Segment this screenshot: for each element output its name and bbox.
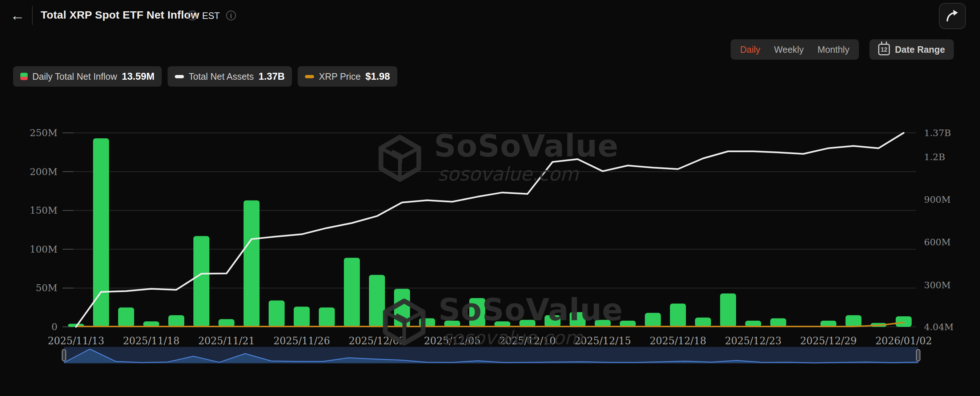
- left-axis-tick: 200M: [30, 166, 57, 177]
- x-axis-tick: 2025/12/05: [424, 335, 480, 346]
- inflow-bar[interactable]: [720, 293, 736, 327]
- inflow-bar[interactable]: [845, 315, 862, 327]
- x-axis-tick: 2026/01/02: [875, 335, 932, 346]
- inflow-bar[interactable]: [670, 303, 686, 327]
- navigator-handle-right[interactable]: [916, 350, 920, 361]
- right-axis-tick: 4.04M: [924, 322, 953, 332]
- x-axis-tick: 2025/12/10: [499, 335, 556, 346]
- x-axis-tick: 2025/12/18: [649, 335, 706, 346]
- x-axis-tick: 2025/11/18: [123, 335, 180, 346]
- inflow-bar[interactable]: [695, 318, 711, 327]
- right-axis-tick: 600M: [924, 237, 951, 248]
- right-axis-tick: 1.37B: [924, 128, 951, 138]
- inflow-bar[interactable]: [394, 289, 410, 327]
- x-axis-tick: 2025/12/29: [800, 335, 857, 346]
- right-axis-tick: 900M: [924, 194, 951, 205]
- gridlines: 050M100M150M200M250M4.04M300M600M900M1.2…: [30, 128, 954, 332]
- navigator-handle-left[interactable]: [62, 350, 66, 361]
- etf-dashboard: ← Total XRP Spot ETF Net Inflow EST Dail…: [0, 0, 980, 396]
- x-axis-tick: 2025/11/21: [198, 335, 255, 346]
- inflow-bar[interactable]: [770, 318, 786, 327]
- navigator[interactable]: [62, 347, 920, 364]
- right-axis-tick: 1.2B: [924, 152, 945, 162]
- inflow-bar[interactable]: [645, 313, 661, 327]
- inflow-bar[interactable]: [544, 315, 560, 327]
- inflow-bar[interactable]: [570, 312, 585, 327]
- left-axis-tick: 50M: [36, 283, 57, 293]
- inflow-bar[interactable]: [319, 308, 335, 327]
- inflow-bar[interactable]: [218, 319, 234, 327]
- x-axis-tick: 2025/12/02: [348, 335, 405, 346]
- chart-canvas[interactable]: 050M100M150M200M250M4.04M300M600M900M1.2…: [0, 0, 980, 396]
- x-axis-tick: 2025/12/23: [725, 335, 781, 346]
- left-axis-tick: 0: [51, 321, 57, 332]
- inflow-bar[interactable]: [896, 316, 912, 327]
- left-axis-tick: 100M: [30, 244, 57, 255]
- inflow-bar[interactable]: [294, 307, 310, 327]
- right-axis-tick: 300M: [924, 280, 951, 291]
- inflow-bars: [68, 138, 912, 327]
- inflow-bar[interactable]: [419, 318, 435, 327]
- inflow-bar[interactable]: [118, 308, 134, 327]
- inflow-bar[interactable]: [469, 298, 485, 327]
- x-axis-tick: 2025/11/13: [48, 335, 104, 346]
- left-axis-tick: 250M: [30, 128, 57, 138]
- x-axis-tick: 2025/12/15: [574, 335, 631, 346]
- inflow-bar[interactable]: [369, 275, 385, 327]
- inflow-bar[interactable]: [344, 258, 360, 327]
- inflow-bar[interactable]: [168, 315, 184, 327]
- inflow-bar[interactable]: [243, 200, 259, 327]
- x-axis-tick: 2025/11/26: [274, 335, 330, 346]
- left-axis-tick: 150M: [30, 205, 57, 216]
- inflow-bar[interactable]: [269, 301, 285, 327]
- inflow-bar[interactable]: [193, 236, 209, 327]
- x-axis-labels: 2025/11/132025/11/182025/11/212025/11/26…: [48, 335, 932, 346]
